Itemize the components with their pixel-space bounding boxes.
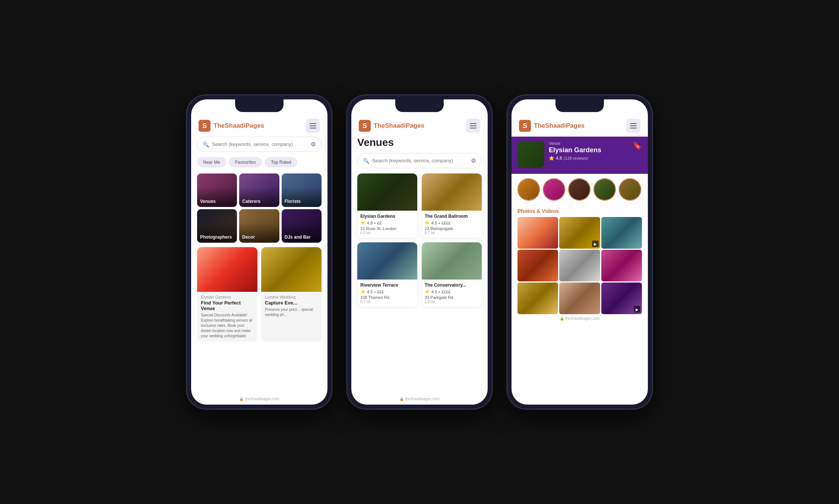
venue-name-2: Riverview Terrace xyxy=(360,283,414,288)
bookmark-button[interactable]: 🔖 xyxy=(633,141,642,150)
promo-card-1[interactable]: Lumina Wedding Capture Eve... Preserve y… xyxy=(261,247,322,342)
filter-icon-1[interactable]: ⚙ xyxy=(311,141,316,148)
chip-top-rated[interactable]: Top Rated xyxy=(265,157,297,168)
profile-photo-4[interactable] xyxy=(619,178,641,201)
venue-rating-0: ⭐ 4.8 • ££ xyxy=(360,220,414,225)
search-input-2[interactable] xyxy=(372,158,468,163)
promo-desc-0: Special Discounts Available! Explore bre… xyxy=(201,313,254,339)
cat-photographers-label: Photographers xyxy=(200,235,232,240)
photo-thumb-6[interactable] xyxy=(517,283,558,314)
cat-venues-label: Venues xyxy=(200,199,216,204)
venue-addr-3: 33 Parkgate Rd xyxy=(425,295,479,300)
venue-name-1: The Grand Ballroom xyxy=(425,214,479,219)
venue-addr-0: 15 Rose St, London xyxy=(360,226,414,231)
cat-florists-label: Florists xyxy=(285,199,301,204)
search-input-1[interactable] xyxy=(212,141,308,147)
header-1: S TheShaadiPages xyxy=(191,114,327,137)
vendor-rating-detail: ⭐ 4.8 (128 reviews) xyxy=(549,156,628,161)
venue-dist-0: 0.5 mi xyxy=(360,231,414,235)
quick-filters-1: Near Me Favourites Top Rated xyxy=(197,157,322,168)
logo-3: S TheShaadiPages xyxy=(519,120,585,132)
phone-1: S TheShaadiPages 🔍 ⚙ xyxy=(187,95,332,409)
menu-button-2[interactable] xyxy=(466,119,480,133)
bottom-bar-3: 🔒 theshaadipages.com xyxy=(512,314,648,324)
vendor-name: Elysian Gardens xyxy=(549,146,628,154)
search-bar-2[interactable]: 🔍 ⚙ xyxy=(357,153,482,168)
promo-card-0[interactable]: Elysian Gardens Find Your Perfect Venue … xyxy=(197,247,257,342)
play-badge-1: ▶ xyxy=(592,240,599,247)
cat-venues[interactable]: Venues xyxy=(197,173,237,207)
venue-addr-1: 22 Bishopsgate xyxy=(425,226,479,231)
logo-text-1: TheShaadiPages xyxy=(213,122,264,130)
photo-thumb-2[interactable] xyxy=(601,217,642,249)
profile-photo-1[interactable] xyxy=(543,178,565,201)
play-badge-8: ▶ xyxy=(634,306,640,313)
venue-card-3[interactable]: The Conservatory... ⭐ 4.5 • ££££ 33 Park… xyxy=(422,242,482,307)
photo-thumb-3[interactable] xyxy=(517,250,558,281)
logo-icon-3: S xyxy=(519,120,531,132)
header-3: S TheShaadiPages xyxy=(512,114,648,137)
cat-decor-label: Decor xyxy=(242,235,255,240)
hamburger-icon-2 xyxy=(470,123,477,128)
venue-rating-2: ⭐ 4.5 • £££ xyxy=(360,289,414,294)
logo-text-2: TheShaadiPages xyxy=(374,122,424,130)
header-2: S TheShaadiPages xyxy=(351,114,488,137)
bottom-bar-1: 🔒 theshaadipages.com xyxy=(191,395,327,405)
menu-button-1[interactable] xyxy=(306,119,320,133)
photo-thumb-1[interactable]: ▶ xyxy=(559,217,600,249)
notch-2 xyxy=(395,99,444,112)
venue-name-0: Elysian Gardens xyxy=(360,214,414,219)
logo-1: S TheShaadiPages xyxy=(199,120,264,132)
category-grid-1: Venues Caterers Florists Photographers xyxy=(197,173,322,243)
filter-icon-2[interactable]: ⚙ xyxy=(471,157,476,164)
logo-icon-2: S xyxy=(359,120,371,132)
promo-cards: Elysian Gardens Find Your Perfect Venue … xyxy=(197,247,322,342)
promo-desc-1: Preserve your preci... special wedding p… xyxy=(265,307,318,318)
photos-videos-title: Photos & Videos xyxy=(512,205,648,217)
search-icon-1: 🔍 xyxy=(203,141,209,147)
cat-djs[interactable]: DJs and Bar xyxy=(282,209,322,243)
venue-dist-2: 0.7 mi xyxy=(360,300,414,304)
cat-decor[interactable]: Decor xyxy=(239,209,279,243)
venue-rating-1: ⭐ 4.5 • ££££ xyxy=(425,220,479,225)
photo-grid: ▶ xyxy=(512,217,648,314)
phone-2: S TheShaadiPages Venues 🔍 ⚙ xyxy=(347,95,492,409)
chip-near-me[interactable]: Near Me xyxy=(197,157,226,168)
venue-dist-3: 1.0 mi xyxy=(425,300,479,304)
logo-2: S TheShaadiPages xyxy=(359,120,424,132)
venue-dist-1: 0.7 mi xyxy=(425,231,479,235)
photo-thumb-8[interactable]: ▶ xyxy=(601,283,642,314)
promo-vendor-1: Lumina Wedding xyxy=(265,295,318,299)
photo-thumb-7[interactable] xyxy=(559,283,600,314)
photo-thumb-0[interactable] xyxy=(517,217,558,249)
bottom-bar-2: 🔒 theshaadipages.com xyxy=(351,395,488,405)
notch-3 xyxy=(555,99,604,112)
menu-button-3[interactable] xyxy=(626,119,640,133)
cat-photographers[interactable]: Photographers xyxy=(197,209,237,243)
profile-photo-strip xyxy=(512,174,648,205)
venue-card-2[interactable]: Riverview Terrace ⭐ 4.5 • £££ 108 Thames… xyxy=(357,242,417,307)
profile-photo-2[interactable] xyxy=(568,178,591,201)
cat-caterers-label: Caterers xyxy=(242,199,260,204)
venue-rating-3: ⭐ 4.5 • ££££ xyxy=(425,289,479,294)
hamburger-icon-3 xyxy=(630,123,637,128)
venues-page-title: Venues xyxy=(357,137,482,149)
profile-photo-0[interactable] xyxy=(517,178,540,201)
venue-grid: Elysian Gardens ⭐ 4.8 • ££ 15 Rose St, L… xyxy=(357,173,482,307)
chip-favourites[interactable]: Favourites xyxy=(229,157,262,168)
venue-addr-2: 108 Thames Rd xyxy=(360,295,414,300)
photo-thumb-4[interactable] xyxy=(559,250,600,281)
photo-thumb-5[interactable] xyxy=(601,250,642,281)
promo-title-0: Find Your Perfect Venue xyxy=(201,300,254,311)
venue-card-0[interactable]: Elysian Gardens ⭐ 4.8 • ££ 15 Rose St, L… xyxy=(357,173,417,238)
cat-caterers[interactable]: Caterers xyxy=(239,173,279,207)
profile-photo-3[interactable] xyxy=(593,178,616,201)
phone-3: S TheShaadiPages xyxy=(507,95,652,409)
cat-djs-label: DJs and Bar xyxy=(285,235,311,240)
cat-florists[interactable]: Florists xyxy=(282,173,322,207)
search-icon-2: 🔍 xyxy=(363,158,369,164)
venue-card-1[interactable]: The Grand Ballroom ⭐ 4.5 • ££££ 22 Bisho… xyxy=(422,173,482,238)
vendor-hero-section: Venue Elysian Gardens ⭐ 4.8 (128 reviews… xyxy=(512,137,648,174)
search-bar-1[interactable]: 🔍 ⚙ xyxy=(197,137,322,152)
venue-name-3: The Conservatory... xyxy=(425,283,479,288)
